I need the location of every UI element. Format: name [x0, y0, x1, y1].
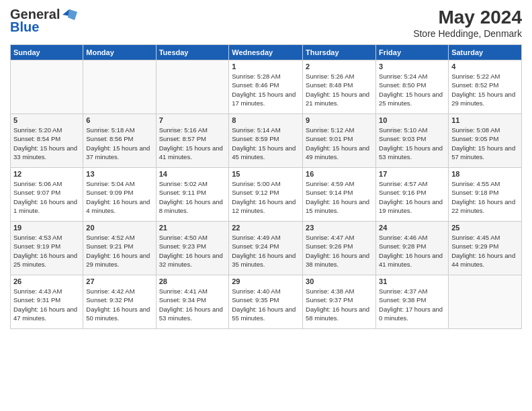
- day-number: 29: [232, 277, 300, 285]
- day-info: Sunrise: 5:22 AM Sunset: 8:52 PM Dayligh…: [451, 72, 519, 107]
- day-info: Sunrise: 5:08 AM Sunset: 9:05 PM Dayligh…: [451, 126, 519, 161]
- day-info: Sunrise: 5:24 AM Sunset: 8:50 PM Dayligh…: [379, 72, 445, 107]
- calendar-cell-w4-d7: 25Sunrise: 4:45 AM Sunset: 9:29 PM Dayli…: [449, 222, 522, 275]
- day-number: 23: [306, 224, 373, 232]
- svg-marker-1: [68, 9, 77, 20]
- calendar-cell-w5-d5: 30Sunrise: 4:38 AM Sunset: 9:37 PM Dayli…: [303, 275, 376, 329]
- calendar-table: Sunday Monday Tuesday Wednesday Thursday…: [10, 44, 522, 329]
- calendar-cell-w3-d5: 16Sunrise: 4:59 AM Sunset: 9:14 PM Dayli…: [303, 168, 376, 222]
- calendar-cell-w5-d1: 26Sunrise: 4:43 AM Sunset: 9:31 PM Dayli…: [11, 275, 83, 329]
- day-number: 24: [379, 224, 445, 232]
- day-info: Sunrise: 4:57 AM Sunset: 9:16 PM Dayligh…: [379, 179, 445, 215]
- day-info: Sunrise: 5:28 AM Sunset: 8:46 PM Dayligh…: [232, 72, 300, 107]
- day-info: Sunrise: 5:18 AM Sunset: 8:56 PM Dayligh…: [86, 126, 152, 161]
- title-section: May 2024 Store Heddinge, Denmark: [413, 7, 522, 39]
- day-number: 12: [13, 170, 80, 178]
- day-info: Sunrise: 4:40 AM Sunset: 9:35 PM Dayligh…: [232, 287, 300, 322]
- logo-blue-text: Blue: [10, 19, 39, 35]
- day-info: Sunrise: 5:00 AM Sunset: 9:12 PM Dayligh…: [232, 179, 300, 215]
- day-number: 20: [86, 224, 152, 232]
- calendar-cell-w2-d4: 8Sunrise: 5:14 AM Sunset: 8:59 PM Daylig…: [229, 114, 303, 168]
- calendar-cell-w3-d4: 15Sunrise: 5:00 AM Sunset: 9:12 PM Dayli…: [229, 168, 303, 222]
- day-info: Sunrise: 4:37 AM Sunset: 9:38 PM Dayligh…: [379, 287, 445, 322]
- logo-bird-icon: [62, 9, 77, 20]
- day-number: 18: [451, 170, 519, 178]
- header: General Blue May 2024 Store Heddinge, De…: [10, 7, 522, 39]
- day-info: Sunrise: 4:50 AM Sunset: 9:23 PM Dayligh…: [159, 233, 226, 269]
- day-info: Sunrise: 5:10 AM Sunset: 9:03 PM Dayligh…: [379, 126, 445, 161]
- day-number: 4: [451, 62, 519, 71]
- calendar-cell-w2-d5: 9Sunrise: 5:12 AM Sunset: 9:01 PM Daylig…: [303, 114, 376, 168]
- day-info: Sunrise: 4:41 AM Sunset: 9:34 PM Dayligh…: [159, 287, 226, 322]
- day-info: Sunrise: 5:26 AM Sunset: 8:48 PM Dayligh…: [306, 72, 373, 107]
- header-thursday: Thursday: [303, 45, 376, 60]
- calendar-cell-w2-d1: 5Sunrise: 5:20 AM Sunset: 8:54 PM Daylig…: [11, 114, 83, 168]
- calendar-cell-w2-d6: 10Sunrise: 5:10 AM Sunset: 9:03 PM Dayli…: [376, 114, 449, 168]
- day-info: Sunrise: 5:16 AM Sunset: 8:57 PM Dayligh…: [159, 126, 226, 161]
- calendar-cell-w3-d6: 17Sunrise: 4:57 AM Sunset: 9:16 PM Dayli…: [376, 168, 449, 222]
- day-info: Sunrise: 4:42 AM Sunset: 9:32 PM Dayligh…: [86, 287, 152, 322]
- day-number: 22: [232, 224, 300, 232]
- day-number: 9: [306, 116, 373, 124]
- calendar-cell-w4-d6: 24Sunrise: 4:46 AM Sunset: 9:28 PM Dayli…: [376, 222, 449, 275]
- day-info: Sunrise: 4:46 AM Sunset: 9:28 PM Dayligh…: [379, 233, 445, 269]
- day-info: Sunrise: 4:53 AM Sunset: 9:19 PM Dayligh…: [13, 233, 80, 269]
- calendar-cell-w1-d4: 1Sunrise: 5:28 AM Sunset: 8:46 PM Daylig…: [229, 60, 303, 114]
- day-number: 31: [379, 277, 445, 285]
- calendar-cell-w2-d3: 7Sunrise: 5:16 AM Sunset: 8:57 PM Daylig…: [156, 114, 229, 168]
- day-number: 13: [86, 170, 152, 178]
- calendar-header-row: Sunday Monday Tuesday Wednesday Thursday…: [11, 45, 522, 60]
- day-number: 25: [451, 224, 519, 232]
- calendar-cell-w5-d6: 31Sunrise: 4:37 AM Sunset: 9:38 PM Dayli…: [376, 275, 449, 329]
- calendar-cell-w2-d7: 11Sunrise: 5:08 AM Sunset: 9:05 PM Dayli…: [449, 114, 522, 168]
- calendar-cell-w4-d1: 19Sunrise: 4:53 AM Sunset: 9:19 PM Dayli…: [11, 222, 83, 275]
- calendar-cell-w1-d6: 3Sunrise: 5:24 AM Sunset: 8:50 PM Daylig…: [376, 60, 449, 114]
- header-wednesday: Wednesday: [229, 45, 303, 60]
- calendar-cell-w4-d3: 21Sunrise: 4:50 AM Sunset: 9:23 PM Dayli…: [156, 222, 229, 275]
- calendar-cell-w3-d2: 13Sunrise: 5:04 AM Sunset: 9:09 PM Dayli…: [83, 168, 156, 222]
- day-number: 3: [379, 62, 445, 71]
- calendar-cell-w1-d3: [156, 60, 229, 114]
- day-number: 21: [159, 224, 226, 232]
- day-number: 8: [232, 116, 300, 124]
- day-info: Sunrise: 5:14 AM Sunset: 8:59 PM Dayligh…: [232, 126, 300, 161]
- day-number: 30: [306, 277, 373, 285]
- calendar-cell-w2-d2: 6Sunrise: 5:18 AM Sunset: 8:56 PM Daylig…: [83, 114, 156, 168]
- header-monday: Monday: [83, 45, 156, 60]
- day-number: 26: [13, 277, 80, 285]
- day-number: 5: [13, 116, 80, 124]
- week-row-4: 19Sunrise: 4:53 AM Sunset: 9:19 PM Dayli…: [11, 222, 522, 275]
- week-row-1: 1Sunrise: 5:28 AM Sunset: 8:46 PM Daylig…: [11, 60, 522, 114]
- calendar-cell-w4-d4: 22Sunrise: 4:49 AM Sunset: 9:24 PM Dayli…: [229, 222, 303, 275]
- calendar-cell-w1-d2: [83, 60, 156, 114]
- day-number: 1: [232, 62, 300, 71]
- day-info: Sunrise: 5:02 AM Sunset: 9:11 PM Dayligh…: [159, 179, 226, 215]
- day-info: Sunrise: 5:20 AM Sunset: 8:54 PM Dayligh…: [13, 126, 80, 161]
- day-info: Sunrise: 4:55 AM Sunset: 9:18 PM Dayligh…: [451, 179, 519, 215]
- week-row-5: 26Sunrise: 4:43 AM Sunset: 9:31 PM Dayli…: [11, 275, 522, 329]
- calendar-title: May 2024: [413, 7, 522, 28]
- calendar-cell-w1-d5: 2Sunrise: 5:26 AM Sunset: 8:48 PM Daylig…: [303, 60, 376, 114]
- day-info: Sunrise: 5:06 AM Sunset: 9:07 PM Dayligh…: [13, 179, 80, 215]
- calendar-cell-w1-d1: [11, 60, 83, 114]
- day-number: 15: [232, 170, 300, 178]
- calendar-cell-w3-d1: 12Sunrise: 5:06 AM Sunset: 9:07 PM Dayli…: [11, 168, 83, 222]
- day-number: 7: [159, 116, 226, 124]
- day-number: 27: [86, 277, 152, 285]
- day-number: 19: [13, 224, 80, 232]
- day-info: Sunrise: 5:04 AM Sunset: 9:09 PM Dayligh…: [86, 179, 152, 215]
- day-number: 14: [159, 170, 226, 178]
- day-info: Sunrise: 4:59 AM Sunset: 9:14 PM Dayligh…: [306, 179, 373, 215]
- calendar-cell-w5-d3: 28Sunrise: 4:41 AM Sunset: 9:34 PM Dayli…: [156, 275, 229, 329]
- header-sunday: Sunday: [11, 45, 83, 60]
- calendar-cell-w4-d2: 20Sunrise: 4:52 AM Sunset: 9:21 PM Dayli…: [83, 222, 156, 275]
- day-info: Sunrise: 5:12 AM Sunset: 9:01 PM Dayligh…: [306, 126, 373, 161]
- day-info: Sunrise: 4:43 AM Sunset: 9:31 PM Dayligh…: [13, 287, 80, 322]
- header-friday: Friday: [376, 45, 449, 60]
- day-number: 16: [306, 170, 373, 178]
- page: General Blue May 2024 Store Heddinge, De…: [0, 0, 532, 411]
- day-number: 17: [379, 170, 445, 178]
- day-info: Sunrise: 4:49 AM Sunset: 9:24 PM Dayligh…: [232, 233, 300, 269]
- calendar-subtitle: Store Heddinge, Denmark: [413, 28, 522, 39]
- day-info: Sunrise: 4:38 AM Sunset: 9:37 PM Dayligh…: [306, 287, 373, 322]
